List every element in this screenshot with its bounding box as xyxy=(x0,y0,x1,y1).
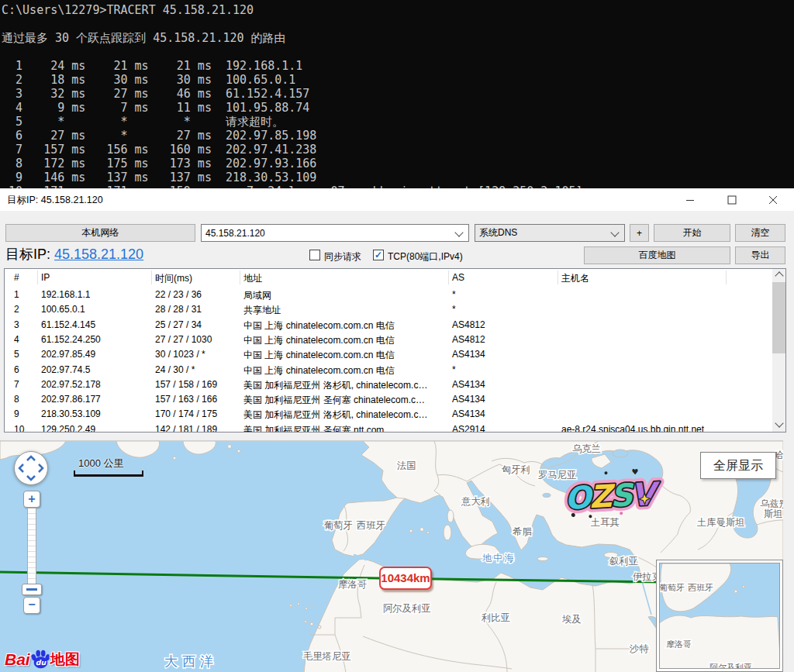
zoom-in-button[interactable]: + xyxy=(23,491,40,508)
svg-text:摩洛哥: 摩洛哥 xyxy=(666,639,692,649)
svg-text:摩洛哥: 摩洛哥 xyxy=(338,579,368,590)
column-header[interactable]: 时间(ms) xyxy=(155,272,192,285)
svg-text:OZSV: OZSV xyxy=(564,475,662,515)
baidu-paw-icon: du xyxy=(29,649,51,670)
svg-text:法国: 法国 xyxy=(397,460,416,471)
svg-text:斯坦: 斯坦 xyxy=(764,508,783,519)
svg-text:沙特: 沙特 xyxy=(629,643,649,654)
add-button[interactable]: + xyxy=(630,224,649,242)
column-header[interactable]: 地址 xyxy=(243,272,262,285)
svg-text:du: du xyxy=(35,658,47,667)
minimize-button[interactable] xyxy=(669,188,711,211)
map-scale-bar xyxy=(74,470,143,477)
svg-text:意大利: 意大利 xyxy=(461,496,490,507)
tcp-checkbox[interactable]: ✓ xyxy=(373,250,384,260)
table-row[interactable]: 7202.97.52.178157 / 158 / 169美国 加利福尼亚州 洛… xyxy=(5,377,765,392)
svg-text:乌兹别: 乌兹别 xyxy=(760,498,783,509)
inset-map: 葡萄牙西班牙摩洛哥阿尔及利亚 xyxy=(656,560,783,672)
island-crete xyxy=(537,557,548,561)
tcp-checkbox-label: TCP(80端口,IPv4) xyxy=(388,250,463,264)
baidu-logo: Bai du 地图 xyxy=(5,648,80,671)
zoom-out-button[interactable]: − xyxy=(23,597,40,614)
sea-marmara xyxy=(543,494,551,498)
table-row[interactable]: 6202.97.74.524 / 30 / *中国 上海 chinateleco… xyxy=(5,363,765,377)
island-corsica xyxy=(447,510,454,522)
svg-text:土库曼斯坦: 土库曼斯坦 xyxy=(697,517,744,528)
svg-text:♥: ♥ xyxy=(631,467,639,476)
svg-text:利比亚: 利比亚 xyxy=(481,612,510,623)
table-row[interactable]: 1192.168.1.122 / 23 / 36局域网* xyxy=(5,288,765,302)
map-pan-control[interactable] xyxy=(13,450,49,489)
column-header[interactable]: IP xyxy=(41,272,50,283)
map-scale-label: 1000 公里 xyxy=(78,457,124,470)
column-header[interactable]: # xyxy=(14,272,19,283)
sea-azov xyxy=(613,450,628,457)
fullscreen-button[interactable]: 全屏显示 xyxy=(700,452,776,479)
svg-text:埃及: 埃及 xyxy=(562,614,582,625)
island-sardinia xyxy=(444,525,451,540)
table-row[interactable]: 9218.30.53.109170 / 174 / 175美国 加利福尼亚州 洛… xyxy=(5,407,765,422)
scrollbar-thumb[interactable] xyxy=(772,282,786,353)
land-island xyxy=(183,441,216,454)
svg-text:地中海: 地中海 xyxy=(482,553,516,563)
sync-checkbox[interactable] xyxy=(309,250,320,260)
target-ip-row: 目标IP: 45.158.21.120 xyxy=(5,245,143,264)
svg-text:葡萄牙: 葡萄牙 xyxy=(324,520,353,531)
close-button[interactable] xyxy=(752,188,794,211)
svg-text:毛里塔尼亚: 毛里塔尼亚 xyxy=(303,651,350,662)
table-row[interactable]: 361.152.4.14525 / 27 / 34中国 上海 chinatele… xyxy=(5,318,765,333)
target-ip-link[interactable]: 45.158.21.120 xyxy=(54,246,143,262)
start-button[interactable]: 开始 xyxy=(654,224,730,242)
clear-button[interactable]: 清空 xyxy=(735,224,785,242)
land-iceland xyxy=(116,441,160,457)
window-title: 目标IP: 45.158.21.120 xyxy=(7,194,103,207)
export-button[interactable]: 导出 xyxy=(735,246,785,264)
table-row[interactable]: 8202.97.86.177157 / 163 / 166美国 加利福尼亚州 圣… xyxy=(5,392,765,407)
sync-checkbox-label: 同步请求 xyxy=(324,250,361,264)
table-row[interactable]: 461.152.24.25027 / 27 / 1030中国 上海 chinat… xyxy=(5,333,765,347)
svg-text:匈牙利: 匈牙利 xyxy=(501,464,530,475)
screen: { "terminal": { "lines": [ "C:\\Users\\1… xyxy=(0,0,794,672)
target-ip-label: 目标IP: xyxy=(5,246,54,262)
svg-text:阿尔及利亚: 阿尔及利亚 xyxy=(383,603,430,614)
table-row[interactable]: 2100.65.0.128 / 28 / 31共享地址* xyxy=(5,302,765,317)
distance-label: 10434km xyxy=(379,567,432,590)
svg-text:葡萄牙: 葡萄牙 xyxy=(660,583,685,592)
svg-text:罗马尼亚: 罗马尼亚 xyxy=(538,470,576,481)
svg-text:大西洋: 大西洋 xyxy=(164,654,218,669)
hops-table: #IP时间(ms)地址AS主机名 1192.168.1.122 / 23 / 3… xyxy=(4,268,786,432)
terminal-text: C:\Users\12279>TRACERT 45.158.21.120 通过最… xyxy=(0,0,794,188)
zoom-slider-track[interactable] xyxy=(27,508,36,585)
column-header[interactable]: 主机名 xyxy=(561,272,589,285)
terminal-window: C:\Users\12279>TRACERT 45.158.21.120 通过最… xyxy=(0,0,794,188)
svg-text:阿尔及利亚: 阿尔及利亚 xyxy=(709,663,752,669)
table-row[interactable]: 5202.97.85.4930 / 1023 / *中国 上海 chinatel… xyxy=(5,347,765,362)
column-header[interactable]: AS xyxy=(452,272,464,283)
gibraltar-strait xyxy=(354,555,367,560)
svg-text:土耳其: 土耳其 xyxy=(591,517,620,528)
table-row[interactable]: 10129.250.2.49142 / 181 / 189美国 加利福尼亚州 圣… xyxy=(5,422,765,432)
dns-select[interactable]: 系统DNS xyxy=(475,224,625,242)
maximize-button[interactable] xyxy=(711,188,753,211)
svg-text:西班牙: 西班牙 xyxy=(688,583,713,592)
zoom-slider-thumb[interactable] xyxy=(22,584,42,595)
local-network-button[interactable]: 本机网络 xyxy=(5,224,195,242)
svg-text:希腊: 希腊 xyxy=(513,526,532,537)
svg-text:叙利亚: 叙利亚 xyxy=(609,556,638,567)
baidu-map-button[interactable]: 百度地图 xyxy=(584,246,730,264)
svg-text:西班牙: 西班牙 xyxy=(357,520,385,531)
ip-input[interactable]: 45.158.21.120 xyxy=(201,224,469,242)
table-scrollbar[interactable] xyxy=(772,269,786,432)
svg-text:乌克兰: 乌克兰 xyxy=(572,443,601,454)
